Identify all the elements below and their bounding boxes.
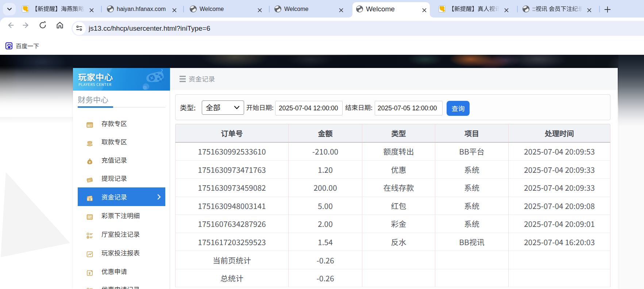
svg-text:¥: ¥ <box>89 271 91 275</box>
svg-text:¥: ¥ <box>89 198 90 200</box>
svg-text:¥: ¥ <box>89 160 90 164</box>
